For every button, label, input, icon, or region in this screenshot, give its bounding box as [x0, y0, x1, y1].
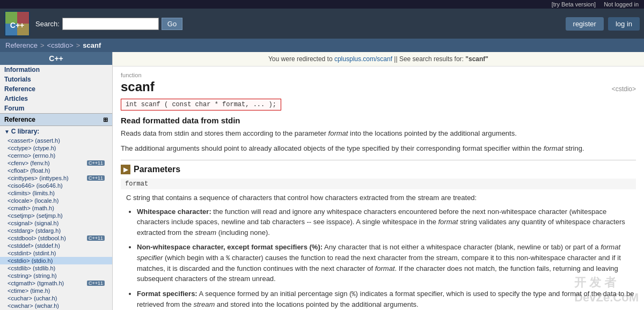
sidebar-lib-cassert[interactable]: <cassert> (assert.h)	[0, 137, 112, 144]
section-toggle[interactable]: ⊞	[103, 116, 108, 123]
breadcrumb-cstdio[interactable]: <cstdio>	[47, 41, 74, 49]
cplusplus-logo: C++	[4, 11, 30, 36]
sidebar-lib-cerrno[interactable]: <cerrno> (errno.h)	[0, 152, 112, 159]
sidebar-lib-cuchar[interactable]: <cuchar> (uchar.h)	[0, 294, 112, 302]
search-term: "scanf"	[465, 55, 488, 63]
sidebar-lib-cstring[interactable]: <cstring> (string.h)	[0, 272, 112, 279]
breadcrumb-scanf[interactable]: scanf	[83, 41, 101, 49]
sidebar-lib-cctype[interactable]: <cctype> (ctype.h)	[0, 144, 112, 152]
redirect-sep: ||	[392, 55, 399, 63]
search-label: Search:	[35, 20, 60, 28]
description-text: Reads data from stdin and stores them ac…	[121, 128, 636, 139]
bullet-format-specifiers-term: Format specifiers:	[137, 290, 197, 298]
sidebar-lib-cstdlib[interactable]: <cstdlib> (stdlib.h)	[0, 264, 112, 272]
doc-content: function scanf <cstdio> int scanf ( cons…	[113, 67, 644, 310]
search-input[interactable]	[62, 18, 159, 30]
sidebar-lib-cinttypes[interactable]: <cinttypes> (inttypes.h)C++11	[0, 174, 112, 182]
sidebar-lib-clocale[interactable]: <clocale> (locale.h)	[0, 197, 112, 204]
sidebar-lib-ctime[interactable]: <ctime> (time.h)	[0, 287, 112, 294]
sidebar-lib-cfloat[interactable]: <cfloat> (float.h)	[0, 167, 112, 174]
svg-text:C++: C++	[10, 21, 24, 29]
c-library-header[interactable]: C library:	[0, 126, 112, 137]
bullet-format-specifiers-text: A sequence formed by an initial percenta…	[137, 290, 634, 308]
search-area: Search: Go	[35, 18, 182, 30]
sidebar-lib-cstdint[interactable]: <cstdint> (stdint.h)	[0, 249, 112, 257]
bullet-nonwhitespace: Non-whitespace character, except format …	[137, 242, 636, 284]
sidebar-lib-ciso646[interactable]: <ciso646> (iso646.h)	[0, 182, 112, 189]
content: You were redirected to cplusplus.com/sca…	[113, 52, 644, 310]
function-header-tag: <cstdio>	[612, 85, 636, 93]
bullet-nonwhitespace-term: Non-whitespace character, except format …	[137, 243, 323, 251]
breadcrumb-sep-1: >	[40, 41, 45, 49]
top-bar: [try Beta version] Not logged in	[0, 0, 644, 9]
cpp11-badge-4: C++11	[87, 281, 105, 286]
sidebar-lib-ctgmath[interactable]: <ctgmath> (tgmath.h)C++11	[0, 279, 112, 287]
param-bullets-list: Whitespace character: the function will …	[126, 206, 636, 310]
bullet-whitespace-term: Whitespace character:	[137, 208, 211, 216]
sidebar-lib-cstdio[interactable]: <cstdio> (stdio.h)	[0, 257, 112, 264]
reference-section-label: Reference	[4, 116, 35, 123]
reference-section-header: Reference ⊞	[0, 113, 112, 126]
params-title: Parameters	[134, 165, 180, 174]
param-desc: C string that contains a sequence of cha…	[121, 193, 636, 309]
function-signature: int scanf ( const char * format, ... );	[121, 99, 281, 110]
auth-area: register log in	[566, 17, 640, 31]
param-desc-intro: C string that contains a sequence of cha…	[126, 194, 477, 202]
login-button[interactable]: log in	[608, 17, 640, 31]
sidebar-lib-cstdarg[interactable]: <cstdarg> (stdarg.h)	[0, 227, 112, 234]
cpp11-badge-2: C++11	[87, 175, 105, 181]
header: C++ Search: Go register log in	[0, 9, 644, 39]
beta-text: [try Beta version]	[552, 1, 596, 8]
cpp11-badge: C++11	[87, 160, 105, 166]
sidebar-item-reference[interactable]: Reference	[0, 84, 112, 94]
main-layout: C++ Information Tutorials Reference Arti…	[0, 52, 644, 310]
bullet-format-specifiers: Format specifiers: A sequence formed by …	[137, 289, 636, 310]
sidebar-item-articles[interactable]: Articles	[0, 94, 112, 104]
sidebar: C++ Information Tutorials Reference Arti…	[0, 52, 113, 310]
sidebar-cpp-header: C++	[0, 52, 112, 65]
sidebar-lib-csetjmp[interactable]: <csetjmp> (setjmp.h)	[0, 212, 112, 219]
function-title-row: scanf <cstdio>	[121, 79, 636, 94]
sidebar-lib-climits[interactable]: <climits> (limits.h)	[0, 189, 112, 197]
breadcrumb-sep-2: >	[76, 41, 80, 49]
sidebar-lib-csignal[interactable]: <csignal> (signal.h)	[0, 219, 112, 227]
sidebar-lib-cwchar[interactable]: <cwchar> (wchar.h)	[0, 302, 112, 309]
param-name-label: format	[121, 179, 636, 189]
function-name: scanf	[121, 79, 155, 94]
sidebar-lib-cstddef[interactable]: <cstddef> (stddef.h)	[0, 242, 112, 249]
sidebar-item-forum[interactable]: Forum	[0, 104, 112, 113]
redirect-bar: You were redirected to cplusplus.com/sca…	[113, 52, 644, 67]
search-prefix: See search results for:	[399, 55, 465, 63]
params-icon: ▶	[121, 165, 130, 174]
sidebar-lib-cfenv[interactable]: <cfenv> (fenv.h)C++11	[0, 159, 112, 167]
bullet-whitespace: Whitespace character: the function will …	[137, 206, 636, 238]
logo[interactable]: C++	[4, 11, 30, 36]
section-title: Read formatted data from stdin	[121, 116, 636, 125]
sidebar-lib-cstdbool[interactable]: <cstdbool> (stdbool.h)C++11	[0, 234, 112, 242]
cpp11-badge-3: C++11	[87, 235, 105, 241]
description-text2: The additional arguments should point to…	[121, 143, 636, 154]
sidebar-lib-cmath[interactable]: <cmath> (math.h)	[0, 204, 112, 212]
redirect-text-before: You were redirected to	[268, 55, 334, 63]
breadcrumb-reference[interactable]: Reference	[5, 41, 38, 49]
go-button[interactable]: Go	[162, 18, 182, 30]
sidebar-item-tutorials[interactable]: Tutorials	[0, 75, 112, 84]
login-status: Not logged in	[604, 1, 639, 8]
breadcrumb-nav: Reference > <cstdio> > scanf	[0, 39, 644, 52]
params-header: ▶ Parameters	[121, 160, 636, 174]
sidebar-item-information[interactable]: Information	[0, 65, 112, 75]
function-label: function	[121, 72, 636, 78]
redirect-link[interactable]: cplusplus.com/scanf	[334, 55, 392, 63]
register-button[interactable]: register	[566, 17, 604, 31]
